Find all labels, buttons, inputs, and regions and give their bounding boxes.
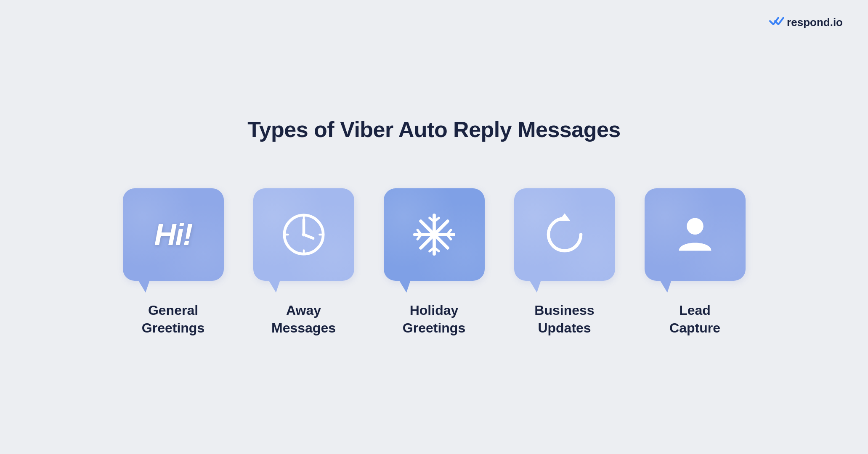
svg-point-22	[687, 218, 703, 235]
person-icon	[672, 211, 718, 258]
hi-icon: Hi!	[154, 217, 192, 252]
logo: respond.io	[769, 15, 843, 30]
page-title: Types of Viber Auto Reply Messages	[247, 117, 621, 142]
bubble-away-messages	[253, 188, 354, 281]
card-away-messages: AwayMessages	[249, 188, 358, 337]
logo-icon	[769, 15, 784, 30]
bubble-holiday-greetings	[384, 188, 485, 281]
label-general-greetings: GeneralGreetings	[142, 302, 204, 337]
clock-icon	[281, 211, 327, 258]
svg-point-20	[431, 232, 437, 238]
svg-marker-21	[559, 214, 570, 221]
label-away-messages: AwayMessages	[271, 302, 336, 337]
cards-container: Hi! GeneralGreetings AwayMessages	[119, 188, 750, 337]
card-general-greetings: Hi! GeneralGreetings	[119, 188, 228, 337]
logo-text: respond.io	[787, 16, 843, 29]
label-holiday-greetings: HolidayGreetings	[403, 302, 465, 337]
label-business-updates: BusinessUpdates	[534, 302, 594, 337]
card-business-updates: BusinessUpdates	[510, 188, 619, 337]
card-holiday-greetings: HolidayGreetings	[380, 188, 489, 337]
bubble-general-greetings: Hi!	[123, 188, 224, 281]
svg-point-3	[302, 233, 305, 237]
refresh-icon	[542, 211, 588, 258]
bubble-lead-capture	[645, 188, 746, 281]
bubble-business-updates	[514, 188, 615, 281]
card-lead-capture: LeadCapture	[640, 188, 750, 337]
snowflake-icon	[411, 211, 457, 258]
label-lead-capture: LeadCapture	[669, 302, 720, 337]
